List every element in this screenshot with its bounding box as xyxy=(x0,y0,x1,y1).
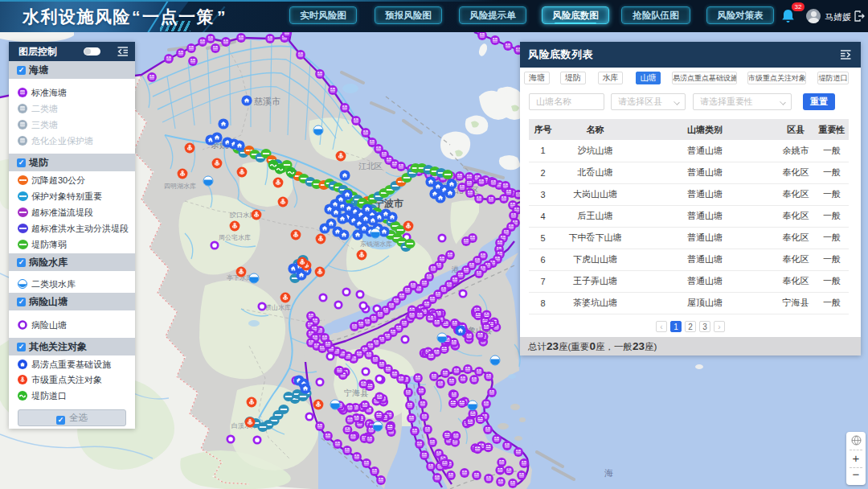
svg-text:四明湖水库: 四明湖水库 xyxy=(164,183,196,190)
svg-text:海: 海 xyxy=(604,468,613,478)
svg-text:横山水库: 横山水库 xyxy=(264,304,291,311)
svg-text:宁海县: 宁海县 xyxy=(344,388,369,397)
svg-text:东钱湖水库: 东钱湖水库 xyxy=(360,240,392,248)
svg-text:慈溪市: 慈溪市 xyxy=(254,97,280,106)
svg-text:周公宅水库: 周公宅水库 xyxy=(219,234,251,241)
svg-text:江北区: 江北区 xyxy=(358,162,383,171)
